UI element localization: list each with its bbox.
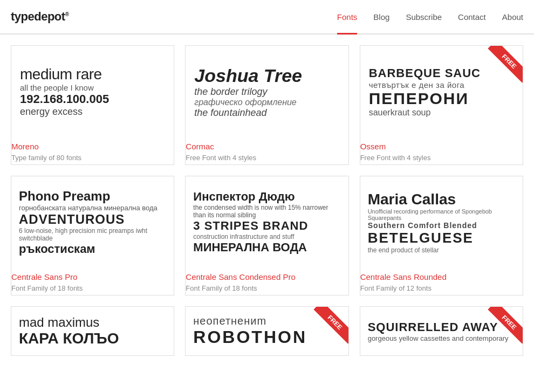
- preview-line3: ПЕПЕРОНИ: [369, 90, 514, 108]
- font-desc: Font Family of 18 fonts: [11, 284, 83, 292]
- preview-line3: 3 STRIPES BRAND: [193, 219, 340, 233]
- font-info-cormac: Cormac Free Font with 4 styles: [186, 137, 348, 164]
- font-card-robothon[interactable]: FREE неопетнениm ROBOTHON: [185, 306, 348, 356]
- nav-about[interactable]: About: [502, 0, 523, 33]
- preview-line2: горнобанската натурална минерална вода: [19, 204, 166, 212]
- logo[interactable]: typedepot®: [11, 10, 69, 24]
- logo-text: typedepot: [11, 10, 65, 23]
- font-card-cscp[interactable]: Инспектор Дюдю the condensed width is no…: [185, 176, 348, 295]
- font-name: Centrale Sans Pro: [11, 272, 174, 281]
- preview-line1: Joshua Tree: [194, 65, 339, 86]
- preview-line4: energy excess: [20, 106, 165, 118]
- font-preview-robothon: FREE неопетнениm ROBOTHON: [186, 307, 348, 355]
- font-card-cormac[interactable]: Joshua Tree the border trilogy графическ…: [185, 45, 348, 165]
- font-info-csr: Centrale Sans Rounded Font Family of 12 …: [360, 268, 523, 295]
- preview-line5: the end product of stellar: [368, 246, 515, 254]
- font-preview-bottom-left: mad maximus КАРА КОЛЪО: [11, 307, 174, 355]
- font-card-moreno[interactable]: medium rare all the people I know 192.16…: [11, 45, 174, 165]
- preview-line2: the condensed width is now with 15% narr…: [193, 204, 340, 219]
- preview-line1: medium rare: [20, 66, 165, 83]
- font-card-csp[interactable]: Phono Preamp горнобанската натурална мин…: [11, 176, 174, 295]
- preview-line1: Phono Preamp: [19, 189, 166, 204]
- main-nav: Fonts Blog Subscribe Contact About: [337, 0, 523, 33]
- font-preview-squirrelled: FREE SQUIRRELLED AWAY gorgeous yellow ca…: [360, 307, 523, 355]
- preview-line1: mad maximus: [19, 315, 166, 330]
- nav-fonts[interactable]: Fonts: [337, 0, 358, 33]
- font-info-moreno: Moreno Type family of 80 fonts: [11, 137, 174, 164]
- font-preview-ossem: FREE BARBEQUE SAUC четвъртък е ден за йо…: [360, 46, 523, 137]
- preview-line3: ADVENTUROUS: [19, 212, 166, 227]
- free-ribbon: FREE: [305, 307, 348, 350]
- font-preview-csr: Maria Callas Unofficial recording perfor…: [360, 176, 523, 268]
- preview-line4: construction infrastructure and stuff: [193, 233, 340, 240]
- font-card-bottom-left[interactable]: mad maximus КАРА КОЛЪО: [11, 306, 174, 356]
- preview-line4: 6 low-noise, high precision mic preamps …: [19, 227, 166, 242]
- preview-line3: 192.168.100.005: [20, 92, 165, 106]
- font-grid: medium rare all the people I know 192.16…: [0, 35, 534, 367]
- preview-line4: sauerkraut soup: [369, 108, 514, 118]
- font-desc: Font Family of 12 fonts: [360, 284, 432, 292]
- preview-line5: МИНЕРАЛНА ВОДА: [193, 240, 340, 255]
- font-desc: Type family of 80 fonts: [11, 154, 81, 162]
- preview-line4: BETELGUESE: [368, 230, 515, 246]
- font-info-csp: Centrale Sans Pro Font Family of 18 font…: [11, 268, 174, 295]
- font-preview-cscp: Инспектор Дюдю the condensed width is no…: [186, 176, 348, 268]
- preview-line3: Southern Comfort Blended: [368, 221, 515, 230]
- preview-line4: the fountainhead: [194, 107, 339, 119]
- free-ribbon: FREE: [480, 46, 523, 89]
- free-label: FREE: [488, 307, 523, 344]
- font-name: Moreno: [11, 142, 174, 151]
- font-desc: Font Family of 18 fonts: [186, 284, 257, 292]
- preview-line5: ръкостискам: [19, 242, 166, 256]
- font-preview-moreno: medium rare all the people I know 192.16…: [11, 46, 174, 137]
- nav-contact[interactable]: Contact: [458, 0, 486, 33]
- preview-line2: all the people I know: [20, 83, 165, 92]
- free-label: FREE: [488, 46, 523, 83]
- preview-line3: графическо оформление: [194, 98, 339, 107]
- font-card-csr[interactable]: Maria Callas Unofficial recording perfor…: [360, 176, 523, 295]
- font-preview-csp: Phono Preamp горнобанската натурална мин…: [11, 176, 174, 268]
- font-preview-cormac: Joshua Tree the border trilogy графическ…: [186, 46, 348, 137]
- free-label: FREE: [313, 307, 348, 344]
- free-ribbon: FREE: [480, 307, 523, 350]
- font-card-ossem[interactable]: FREE BARBEQUE SAUC четвъртък е ден за йо…: [360, 45, 523, 165]
- font-info-ossem: Ossem Free Font with 4 styles: [360, 137, 523, 164]
- preview-line1: Maria Callas: [368, 191, 515, 208]
- preview-line1: Инспектор Дюдю: [193, 190, 340, 204]
- font-name: Centrale Sans Rounded: [360, 272, 523, 281]
- preview-line2: the border trilogy: [194, 86, 339, 98]
- preview-line2: Unofficial recording performance of Spon…: [368, 208, 515, 221]
- font-card-squirrelled[interactable]: FREE SQUIRRELLED AWAY gorgeous yellow ca…: [360, 306, 523, 356]
- font-info-cscp: Centrale Sans Condensed Pro Font Family …: [186, 268, 348, 295]
- preview-line2: КАРА КОЛЪО: [19, 330, 166, 347]
- header: typedepot® Fonts Blog Subscribe Contact …: [0, 0, 534, 35]
- font-name: Cormac: [186, 142, 348, 151]
- font-name: Ossem: [360, 142, 523, 151]
- font-name: Centrale Sans Condensed Pro: [186, 272, 348, 281]
- font-desc: Free Font with 4 styles: [186, 154, 256, 162]
- nav-blog[interactable]: Blog: [373, 0, 389, 33]
- nav-subscribe[interactable]: Subscribe: [406, 0, 442, 33]
- logo-reg: ®: [65, 11, 69, 17]
- font-desc: Free Font with 4 styles: [360, 154, 431, 162]
